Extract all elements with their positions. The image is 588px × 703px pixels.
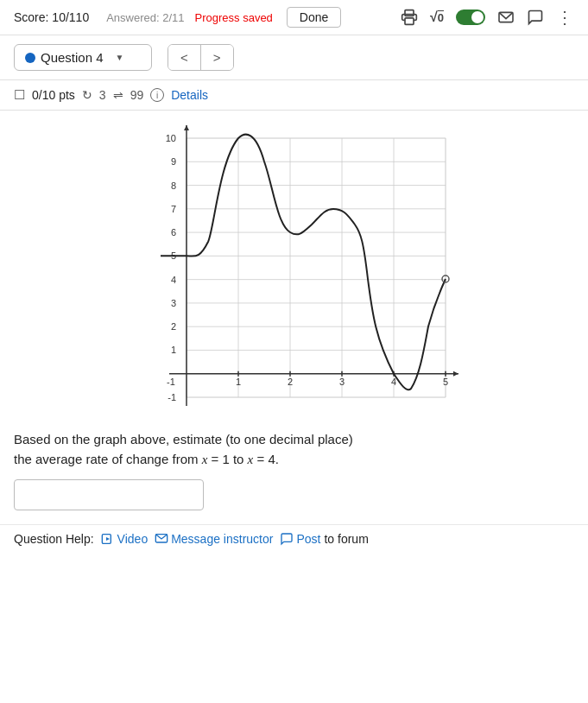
- pts-label: 0/10 pts: [32, 88, 75, 102]
- question-label: Question 4: [41, 50, 104, 65]
- mail-icon: [497, 10, 515, 24]
- nav-arrows: < >: [168, 44, 234, 71]
- details-link[interactable]: Details: [171, 88, 208, 102]
- retry-count: 3: [99, 88, 106, 102]
- post-label: Post: [296, 532, 320, 546]
- chat-button[interactable]: [527, 9, 544, 26]
- svg-text:2: 2: [170, 321, 175, 332]
- question-line2: the average rate of change from x = 1 to…: [14, 450, 574, 470]
- next-question-button[interactable]: >: [201, 45, 233, 70]
- done-button[interactable]: Done: [287, 7, 341, 28]
- toggle-knob: [471, 11, 484, 23]
- svg-rect-3: [187, 138, 446, 397]
- svg-text:2: 2: [288, 377, 293, 387]
- svg-marker-47: [106, 537, 110, 541]
- y-axis-arrow: [184, 125, 189, 130]
- svg-text:3: 3: [170, 298, 175, 308]
- top-icons: √0 ⋮: [401, 7, 574, 28]
- svg-text:10: 10: [165, 133, 175, 143]
- svg-text:5: 5: [443, 377, 448, 387]
- svg-text:6: 6: [170, 227, 175, 238]
- points-row: ☐ 0/10 pts ↻ 3 ⇌ 99 i Details: [0, 80, 588, 111]
- more-options-button[interactable]: ⋮: [556, 7, 574, 28]
- svg-text:9: 9: [170, 156, 175, 167]
- toggle-wrap[interactable]: [456, 10, 485, 25]
- redo-icon[interactable]: ⇌: [113, 88, 123, 102]
- video-icon: [101, 532, 115, 546]
- svg-text:1: 1: [236, 377, 241, 387]
- score-text: Score: 10/110: [14, 10, 89, 24]
- svg-text:7: 7: [170, 204, 175, 214]
- mail-button[interactable]: [497, 10, 515, 24]
- message-icon: [155, 533, 168, 545]
- sqrt-icon: √0: [430, 10, 444, 25]
- svg-text:8: 8: [170, 180, 175, 191]
- answer-row: [0, 479, 588, 524]
- message-instructor-link[interactable]: Message instructor: [155, 532, 273, 546]
- print-icon: [401, 9, 418, 26]
- prev-question-button[interactable]: <: [168, 45, 201, 70]
- video-link[interactable]: Video: [101, 532, 149, 546]
- question-text: Based on the graph above, estimate (to o…: [0, 421, 588, 479]
- answer-input[interactable]: [14, 479, 204, 510]
- svg-rect-1: [405, 18, 414, 25]
- svg-text:3: 3: [339, 377, 345, 387]
- undo-icon[interactable]: ↻: [82, 88, 92, 102]
- graph-svg: 10 9 8 7 6 5 4 3 2 1 -1 -1 1 2 3 4 5: [126, 121, 463, 415]
- svg-text:1: 1: [170, 345, 175, 355]
- chat-icon: [527, 9, 544, 26]
- message-label: Message instructor: [171, 532, 273, 546]
- post-icon: [280, 532, 294, 546]
- question-dot: [25, 53, 35, 63]
- graph-area: 10 9 8 7 6 5 4 3 2 1 -1 -1 1 2 3 4 5: [0, 111, 588, 421]
- svg-text:4: 4: [170, 275, 175, 285]
- toggle[interactable]: [456, 10, 485, 25]
- chevron-down-icon: ▼: [116, 53, 124, 62]
- svg-text:-1: -1: [167, 377, 175, 387]
- progress-saved: Progress saved: [195, 11, 273, 24]
- checkbox-icon: ☐: [14, 87, 25, 103]
- post-suffix: to forum: [324, 532, 368, 546]
- help-label: Question Help:: [14, 532, 94, 546]
- x-axis-arrow: [453, 371, 458, 377]
- sqrt-button[interactable]: √0: [430, 10, 444, 25]
- print-button[interactable]: [401, 9, 418, 26]
- info-icon[interactable]: i: [150, 88, 164, 102]
- question-nav: Question 4 ▼ < >: [0, 35, 588, 80]
- question-help: Question Help: Video Message instructor …: [0, 524, 588, 554]
- question-select[interactable]: Question 4 ▼: [14, 44, 152, 71]
- video-label: Video: [117, 532, 149, 546]
- answered-text: Answered: 2/11: [106, 11, 184, 24]
- question-line1: Based on the graph above, estimate (to o…: [14, 430, 574, 450]
- post-link[interactable]: Post: [280, 532, 320, 546]
- top-bar: Score: 10/110 Answered: 2/11 Progress sa…: [0, 0, 588, 35]
- svg-text:-1: -1: [168, 392, 176, 402]
- redo-count: 99: [130, 88, 144, 102]
